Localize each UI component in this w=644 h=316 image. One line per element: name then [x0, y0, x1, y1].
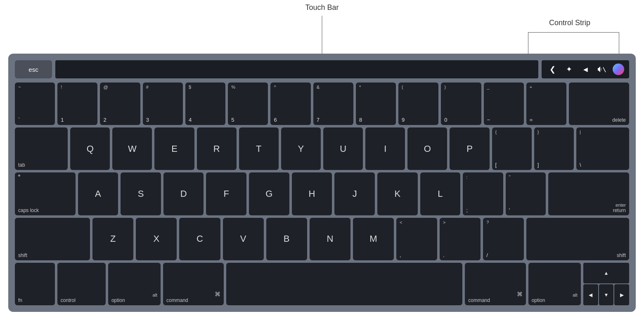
key-alt-right[interactable]: alt option: [528, 263, 581, 305]
key-y[interactable]: Y: [281, 127, 321, 170]
key-5[interactable]: % 5: [228, 83, 268, 125]
touchbar-display: [55, 60, 538, 78]
svg-line-0: [603, 67, 606, 72]
key-0[interactable]: ) 0: [441, 83, 481, 125]
key-1[interactable]: ! 1: [57, 83, 97, 125]
touchbar-annotation-line: [322, 16, 322, 57]
key-4[interactable]: $ 4: [185, 83, 225, 125]
key-v[interactable]: V: [223, 218, 264, 260]
asdf-row: caps lock A S D F G H J K L : ; " ' ente…: [15, 172, 629, 215]
key-g[interactable]: G: [249, 172, 289, 215]
key-n[interactable]: N: [310, 218, 350, 260]
key-command-left[interactable]: ⌘ command: [163, 263, 224, 305]
key-m[interactable]: M: [353, 218, 394, 260]
bottom-row: fn control alt option ⌘ command ⌘ comman…: [15, 263, 629, 305]
cs-volume-btn[interactable]: ◀: [578, 62, 593, 77]
touchbar-row: esc ❮ ✦ ◀: [15, 59, 629, 80]
key-i[interactable]: I: [365, 127, 405, 170]
key-quote[interactable]: " ': [506, 172, 546, 215]
key-arrow-up[interactable]: ▲: [583, 263, 629, 284]
key-x[interactable]: X: [136, 218, 177, 260]
key-8[interactable]: * 8: [356, 83, 396, 125]
key-comma[interactable]: < ,: [396, 218, 437, 260]
key-space[interactable]: [226, 263, 462, 305]
key-arrow-right[interactable]: ▶: [614, 284, 629, 305]
arrow-row-bottom: ◀ ▼ ▶: [583, 284, 629, 305]
number-row: ~ ` ! 1 @ 2 # 3 $ 4 % 5: [15, 83, 629, 125]
key-7[interactable]: & 7: [313, 83, 353, 125]
key-a[interactable]: A: [78, 172, 118, 215]
key-fn[interactable]: fn: [15, 263, 55, 305]
key-minus[interactable]: _ −: [484, 83, 524, 125]
key-shift-left[interactable]: shift: [15, 218, 90, 260]
key-p[interactable]: P: [450, 127, 489, 170]
arrow-keys: ▲ ◀ ▼ ▶: [583, 263, 629, 305]
key-arrow-left[interactable]: ◀: [583, 284, 598, 305]
key-grave[interactable]: ~ `: [15, 83, 55, 125]
key-equals[interactable]: + =: [526, 83, 566, 125]
key-k[interactable]: K: [377, 172, 418, 215]
cs-expand-btn[interactable]: ❮: [545, 62, 560, 77]
key-l[interactable]: L: [420, 172, 461, 215]
key-alt-left[interactable]: alt option: [108, 263, 161, 305]
key-h[interactable]: H: [292, 172, 332, 215]
key-c[interactable]: C: [179, 218, 220, 260]
key-q[interactable]: Q: [70, 127, 110, 170]
keyboard: esc ❮ ✦ ◀ ~: [8, 54, 636, 312]
key-semicolon[interactable]: : ;: [463, 172, 503, 215]
arrow-row-top: ▲: [583, 263, 629, 284]
key-6[interactable]: ^ 6: [270, 83, 310, 125]
key-o[interactable]: O: [407, 127, 447, 170]
key-r[interactable]: R: [197, 127, 237, 170]
key-j[interactable]: J: [334, 172, 375, 215]
key-9[interactable]: ( 9: [398, 83, 438, 125]
key-s[interactable]: S: [121, 172, 161, 215]
key-b[interactable]: B: [266, 218, 307, 260]
control-strip: ❮ ✦ ◀: [542, 60, 629, 78]
key-arrow-down[interactable]: ▼: [599, 284, 614, 305]
siri-icon: [613, 64, 624, 75]
key-d[interactable]: D: [163, 172, 204, 215]
key-backslash[interactable]: | \: [576, 127, 629, 170]
key-tab[interactable]: tab: [15, 127, 68, 170]
key-e[interactable]: E: [154, 127, 194, 170]
key-delete[interactable]: delete: [569, 83, 629, 125]
cs-siri-btn[interactable]: [611, 62, 626, 77]
qwerty-row: tab Q W E R T Y U I O P { [ } ] | \: [15, 127, 629, 170]
key-2[interactable]: @ 2: [100, 83, 140, 125]
key-period[interactable]: > .: [440, 218, 481, 260]
controlstrip-line-h: [528, 32, 619, 33]
key-u[interactable]: U: [323, 127, 363, 170]
key-enter[interactable]: enter return: [548, 172, 629, 215]
key-t[interactable]: T: [239, 127, 279, 170]
key-w[interactable]: W: [112, 127, 152, 170]
keyboard-wrapper: esc ❮ ✦ ◀ ~: [8, 54, 636, 312]
key-3[interactable]: # 3: [143, 83, 183, 125]
key-shift-right[interactable]: shift: [526, 218, 629, 260]
key-z[interactable]: Z: [92, 218, 133, 260]
key-slash[interactable]: ? /: [483, 218, 524, 260]
zxcv-row: shift Z X C V B N M < , > . ? / shift: [15, 218, 629, 260]
key-control[interactable]: control: [57, 263, 106, 305]
capslock-indicator: [18, 175, 20, 177]
controlstrip-label: Control Strip: [549, 19, 590, 27]
key-bracket-l[interactable]: { [: [492, 127, 532, 170]
cs-brightness-btn[interactable]: ✦: [561, 62, 576, 77]
cs-mute-btn[interactable]: [594, 62, 609, 77]
key-caps-lock[interactable]: caps lock: [15, 172, 76, 215]
key-f[interactable]: F: [206, 172, 246, 215]
key-command-right[interactable]: ⌘ command: [465, 263, 526, 305]
key-esc[interactable]: esc: [15, 60, 52, 78]
key-bracket-r[interactable]: } ]: [534, 127, 574, 170]
touchbar-label: Touch Bar: [305, 3, 339, 12]
